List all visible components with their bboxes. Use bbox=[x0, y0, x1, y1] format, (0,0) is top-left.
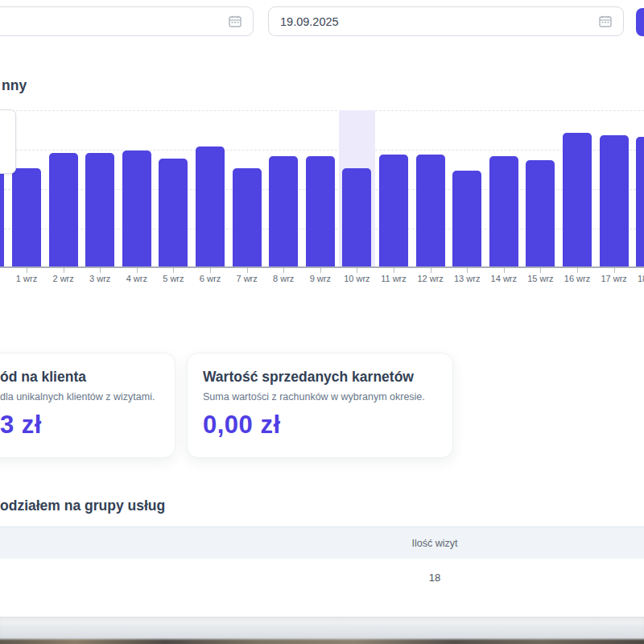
visit-bar[interactable] bbox=[233, 168, 262, 266]
x-axis-tick bbox=[64, 268, 64, 273]
date-from-input[interactable] bbox=[0, 6, 254, 36]
x-axis-tick bbox=[210, 268, 211, 273]
x-axis-tick bbox=[394, 268, 394, 273]
visit-bar[interactable] bbox=[196, 147, 225, 266]
chart-gridline bbox=[0, 150, 644, 151]
x-axis-label: 5 wrz bbox=[155, 274, 192, 283]
card-subtitle: Suma wartości z rachunków w wybranym okr… bbox=[203, 391, 425, 402]
x-axis-tick bbox=[27, 268, 27, 273]
x-axis-tick bbox=[540, 268, 541, 273]
x-axis-tick bbox=[431, 268, 431, 273]
x-axis-label: 15 wrz bbox=[522, 274, 559, 283]
x-axis-label: 6 wrz bbox=[192, 274, 229, 283]
visit-bar[interactable] bbox=[306, 156, 335, 266]
background-photo-strip bbox=[0, 639, 644, 644]
column-ilosc-wizyt: Ilość wizyt bbox=[370, 538, 499, 549]
card-title: ód na klienta bbox=[0, 369, 86, 386]
chart-title: nny bbox=[2, 77, 27, 94]
x-axis-label: 4 wrz bbox=[118, 274, 155, 283]
x-axis-label: 9 wrz bbox=[302, 274, 339, 283]
card-value: 3 zł bbox=[0, 411, 42, 440]
visit-bar[interactable] bbox=[416, 155, 445, 266]
visit-bar[interactable] bbox=[489, 156, 518, 266]
section-heading: odziałem na grupy usług bbox=[0, 497, 165, 514]
x-axis-tick bbox=[100, 268, 101, 273]
visit-bar[interactable] bbox=[600, 135, 629, 266]
visit-bar[interactable] bbox=[0, 163, 4, 266]
x-axis-tick bbox=[173, 268, 174, 273]
x-axis-label: 7 wrz bbox=[229, 274, 266, 283]
chart-control-box[interactable] bbox=[0, 109, 16, 174]
x-axis-label: 14 wrz bbox=[485, 274, 522, 283]
x-axis-label: 17 wrz bbox=[596, 274, 633, 283]
calendar-icon[interactable] bbox=[229, 15, 242, 27]
visit-bar[interactable] bbox=[122, 151, 151, 266]
visit-bar[interactable] bbox=[269, 156, 298, 266]
x-axis-tick bbox=[504, 268, 505, 273]
visits-table-header: Ilość wizyt bbox=[0, 526, 644, 559]
x-axis-label: 10 wrz bbox=[338, 274, 375, 283]
page-bottom-gap bbox=[0, 617, 644, 640]
x-axis-tick bbox=[614, 268, 615, 273]
visit-bar[interactable] bbox=[159, 159, 188, 266]
x-axis-tick bbox=[247, 268, 248, 273]
x-axis-tick bbox=[467, 268, 468, 273]
visit-bar[interactable] bbox=[526, 160, 555, 266]
x-axis-label: 1 wrz bbox=[8, 274, 45, 283]
card-title: Wartość sprzedanych karnetów bbox=[203, 369, 414, 386]
card-value: 0,00 zł bbox=[203, 411, 281, 440]
x-axis-tick bbox=[283, 268, 284, 273]
x-axis-label: 11 wrz bbox=[375, 274, 412, 283]
visit-bar[interactable] bbox=[12, 168, 41, 266]
x-axis-label: 18 wrz bbox=[632, 274, 644, 283]
visit-bar[interactable] bbox=[342, 168, 371, 266]
x-axis-label: 13 wrz bbox=[448, 274, 485, 283]
table-row: 18 bbox=[0, 559, 644, 596]
x-axis-label: 8 wrz bbox=[265, 274, 302, 283]
date-to-value: 19.09.2025 bbox=[280, 15, 599, 28]
x-axis-tick bbox=[357, 268, 357, 273]
chart-gridline bbox=[0, 110, 644, 111]
visit-bar[interactable] bbox=[379, 155, 408, 266]
cell-ilosc-wizyt: 18 bbox=[370, 572, 499, 584]
x-axis-tick bbox=[577, 268, 578, 273]
visit-bar[interactable] bbox=[636, 137, 644, 266]
x-axis-tick bbox=[320, 268, 321, 273]
visit-bar[interactable] bbox=[85, 153, 114, 266]
x-axis-tick bbox=[137, 268, 138, 273]
x-axis-label: 12 wrz bbox=[412, 274, 449, 283]
x-axis-label: 2 wrz bbox=[45, 274, 82, 283]
calendar-icon[interactable] bbox=[599, 15, 612, 27]
chart-x-axis bbox=[0, 266, 644, 268]
submit-button[interactable] bbox=[636, 8, 644, 36]
x-axis-label: 16 wrz bbox=[559, 274, 596, 283]
date-to-input[interactable]: 19.09.2025 bbox=[268, 6, 624, 36]
visit-bar[interactable] bbox=[563, 133, 592, 266]
visit-bar[interactable] bbox=[452, 171, 481, 266]
card-subtitle: dla unikalnych klientów z wizytami. bbox=[0, 391, 155, 402]
visit-bar[interactable] bbox=[49, 153, 78, 266]
x-axis-label: 3 wrz bbox=[81, 274, 118, 283]
